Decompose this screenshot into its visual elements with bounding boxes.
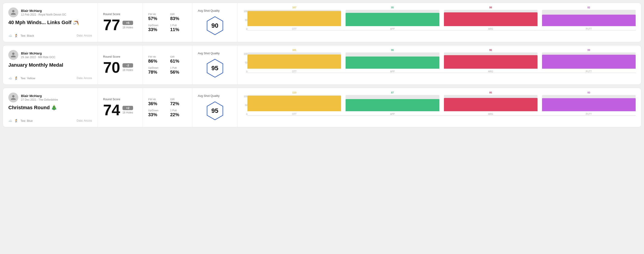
data-source-round1: Data: Arccos bbox=[77, 34, 92, 37]
bag-icon-round3: 🏌️ bbox=[14, 119, 18, 123]
y-label-0-round3: 0 bbox=[243, 113, 248, 116]
bar-wrapper-app bbox=[346, 10, 439, 26]
bar-wrapper-arg bbox=[444, 10, 538, 26]
player-text-round2: Blair McHarg 29 Jan 2022 · Mill Ride GCC bbox=[21, 51, 55, 59]
y-label-100-round2: 100 bbox=[243, 53, 248, 55]
person-icon bbox=[10, 95, 16, 101]
bar-value-app: 95 bbox=[391, 6, 394, 9]
player-date-round3: 27 Dec 2021 · The Oxfordshire bbox=[21, 98, 58, 101]
stat-updown-value-round3: 33% bbox=[148, 112, 165, 117]
player-date-round2: 29 Jan 2022 · Mill Ride GCC bbox=[21, 56, 55, 59]
avatar-round2 bbox=[8, 50, 18, 60]
player-info-round2: Blair McHarg 29 Jan 2022 · Mill Ride GCC bbox=[8, 50, 92, 60]
person-icon bbox=[10, 52, 16, 58]
card-stats-round3: FW Hit 36% GIR 72% Up/Down 33% 1 Putt 22… bbox=[143, 88, 192, 127]
chart-y-axis-round1: 100 50 0 bbox=[243, 10, 248, 30]
bar-label-arg: ARG bbox=[488, 113, 493, 115]
stat-fwhit-value-round1: 57% bbox=[148, 16, 165, 21]
card-score-round3: Round Score 74 +2 18 Holes bbox=[98, 88, 143, 127]
stat-updown-label-round2: Up/Down bbox=[148, 66, 165, 69]
stat-gir-round2: GIR 61% bbox=[170, 55, 187, 64]
stat-fwhit-label-round2: FW Hit bbox=[148, 55, 165, 58]
chart-inner-round1: 100 50 0 107 OTT 95 APP bbox=[243, 10, 636, 35]
footer-left-round2: ☁️ 🏌️ Tee: Yellow bbox=[8, 76, 35, 80]
stat-updown-round2: Up/Down 78% bbox=[148, 66, 165, 75]
stat-gir-value-round3: 72% bbox=[170, 101, 187, 106]
round-title-round1: 40 Mph Winds... Links Golf 🪃 bbox=[8, 20, 92, 25]
chart-column-putt: 82 PUTT bbox=[542, 6, 636, 30]
tee-color-round3: Tee: Blue bbox=[20, 119, 33, 123]
hex-score-round3: 95 bbox=[211, 107, 218, 114]
quality-label-round2: Avg Shot Quality bbox=[198, 52, 220, 55]
footer-left-round3: ☁️ 🏌️ Tee: Blue bbox=[8, 119, 33, 123]
score-label-round3: Round Score bbox=[103, 98, 137, 101]
person-icon bbox=[10, 9, 16, 15]
stat-updown-label-round3: Up/Down bbox=[148, 109, 165, 112]
hexagon-round3: 95 bbox=[205, 101, 225, 121]
stat-gir-round1: GIR 83% bbox=[170, 13, 187, 21]
hex-container-round2: 95 bbox=[198, 58, 232, 78]
bar-wrapper-putt bbox=[542, 10, 636, 26]
score-right-round1: +5 18 Holes bbox=[122, 21, 133, 29]
footer-left-round1: ☁️ 🏌️ Tee: Black bbox=[8, 34, 34, 37]
bar-label-ott: OTT bbox=[292, 28, 296, 30]
y-label-50-round2: 50 bbox=[243, 61, 248, 64]
score-holes-round3: 18 Holes bbox=[122, 111, 133, 114]
stat-oneputt-label-round2: 1 Putt bbox=[170, 66, 187, 69]
bar-fill-arg bbox=[444, 98, 538, 111]
stat-updown-round1: Up/Down 33% bbox=[148, 24, 165, 32]
stat-updown-round3: Up/Down 33% bbox=[148, 109, 165, 117]
bar-fill-arg bbox=[444, 12, 538, 26]
stat-gir-label-round2: GIR bbox=[170, 55, 187, 58]
player-text-round3: Blair McHarg 27 Dec 2021 · The Oxfordshi… bbox=[21, 94, 58, 101]
card-stats-round1: FW Hit 57% GIR 83% Up/Down 33% 1 Putt 11… bbox=[143, 3, 192, 42]
card-chart-round1: 100 50 0 107 OTT 95 APP bbox=[238, 3, 641, 42]
bar-value-app: 87 bbox=[391, 91, 394, 94]
chart-column-arg: 96 ARG bbox=[444, 49, 538, 73]
bar-fill-app bbox=[346, 13, 439, 26]
bar-value-arg: 95 bbox=[489, 91, 492, 94]
weather-icon-round1: ☁️ bbox=[8, 34, 12, 37]
stat-updown-value-round1: 33% bbox=[148, 27, 165, 32]
chart-column-app: 95 APP bbox=[346, 6, 439, 30]
bar-fill-arg bbox=[444, 55, 538, 69]
bar-value-putt: 99 bbox=[588, 49, 590, 51]
player-name-round1: Blair McHarg bbox=[21, 9, 66, 13]
hex-score-round1: 90 bbox=[211, 22, 218, 29]
score-holes-round2: 18 Holes bbox=[122, 68, 133, 72]
bar-value-arg: 98 bbox=[489, 6, 492, 9]
bar-value-app: 86 bbox=[391, 49, 394, 51]
stat-fwhit-label-round1: FW Hit bbox=[148, 13, 165, 15]
bar-fill-ott bbox=[248, 54, 341, 69]
stat-fwhit-round3: FW Hit 36% bbox=[148, 98, 165, 106]
score-number-round2: 70 bbox=[103, 60, 120, 75]
stat-oneputt-label-round1: 1 Putt bbox=[170, 24, 187, 26]
stat-gir-value-round2: 61% bbox=[170, 59, 187, 64]
stat-updown-label-round1: Up/Down bbox=[148, 24, 165, 26]
chart-inner-round2: 100 50 0 101 OTT 86 APP bbox=[243, 53, 636, 77]
bar-label-app: APP bbox=[390, 113, 395, 115]
data-source-round2: Data: Arccos bbox=[77, 77, 92, 80]
quality-label-round1: Avg Shot Quality bbox=[198, 9, 220, 12]
card-footer-round1: ☁️ 🏌️ Tee: Black Data: Arccos bbox=[8, 34, 92, 37]
round-title-round2: January Monthly Medal bbox=[8, 62, 92, 68]
bar-label-ott: OTT bbox=[292, 113, 296, 115]
chart-column-ott: 107 OTT bbox=[248, 6, 341, 30]
bar-fill-app bbox=[346, 99, 439, 111]
card-quality-round3: Avg Shot Quality 95 bbox=[192, 88, 238, 127]
score-right-round2: -2 18 Holes bbox=[122, 63, 133, 72]
card-left-round3: Blair McHarg 27 Dec 2021 · The Oxfordshi… bbox=[3, 88, 98, 127]
score-label-round1: Round Score bbox=[103, 12, 137, 16]
bar-label-putt: PUTT bbox=[586, 70, 592, 73]
bar-wrapper-ott bbox=[248, 52, 341, 69]
avatar-round1 bbox=[8, 7, 18, 17]
stat-gir-round3: GIR 72% bbox=[170, 98, 187, 106]
y-label-50-round1: 50 bbox=[243, 19, 248, 21]
stat-oneputt-round2: 1 Putt 56% bbox=[170, 66, 187, 75]
card-score-round2: Round Score 70 -2 18 Holes bbox=[98, 45, 143, 84]
bar-fill-putt bbox=[542, 98, 636, 111]
bar-fill-putt bbox=[542, 55, 636, 69]
card-quality-round2: Avg Shot Quality 95 bbox=[192, 45, 238, 84]
data-source-round3: Data: Arccos bbox=[77, 119, 92, 122]
stat-fwhit-round1: FW Hit 57% bbox=[148, 13, 165, 21]
